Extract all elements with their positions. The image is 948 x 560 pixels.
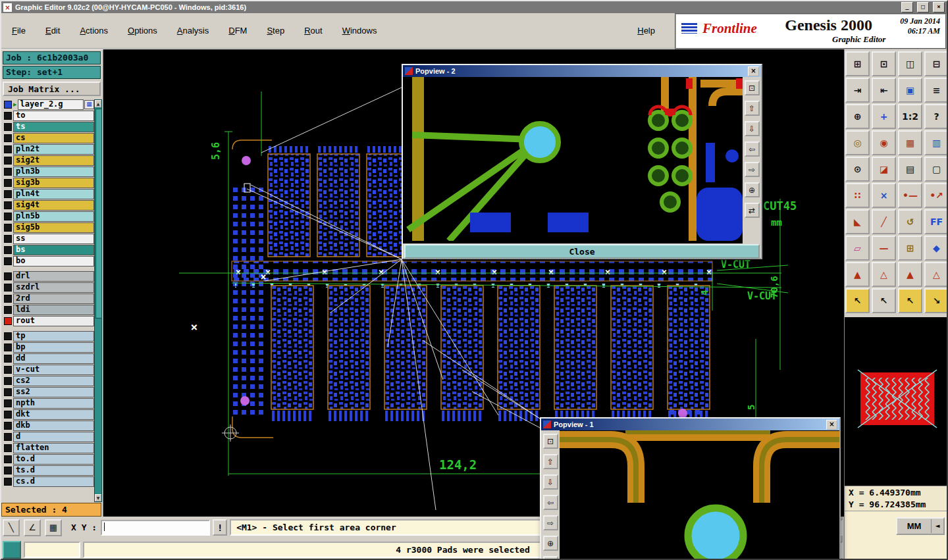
view-right-tool[interactable]: ⇨ xyxy=(543,515,558,530)
minimize-button[interactable]: _ xyxy=(901,2,913,13)
select-last-tool[interactable]: ↘ xyxy=(924,288,948,313)
ruler-tool[interactable]: ▤ xyxy=(898,157,922,182)
layer-visibility-checkbox[interactable] xyxy=(4,366,12,374)
view-up-tool[interactable]: ⇧ xyxy=(745,101,760,116)
layer-row[interactable]: d xyxy=(2,432,94,442)
layer-visibility-checkbox[interactable] xyxy=(4,388,12,396)
menu-item[interactable]: Actions xyxy=(80,26,108,36)
layer-row[interactable]: cs xyxy=(2,133,94,143)
origin-tool[interactable]: ◉ xyxy=(872,130,896,155)
segment-tool[interactable]: •— xyxy=(898,183,922,208)
layer-visibility-checkbox[interactable] xyxy=(4,224,12,232)
close-button[interactable]: × xyxy=(933,2,945,13)
layer-name[interactable]: pln2t xyxy=(13,144,94,155)
popview-1-content[interactable] xyxy=(560,430,839,560)
help-tool[interactable]: ? xyxy=(924,104,948,129)
popview-1-close-icon[interactable]: × xyxy=(826,420,837,430)
pad-marker-tool[interactable]: ▱ xyxy=(845,236,870,261)
layer-name[interactable]: rout xyxy=(13,316,94,326)
layer-visibility-checkbox[interactable] xyxy=(4,257,12,265)
menu-item[interactable]: File xyxy=(12,26,26,36)
overview-preview[interactable] xyxy=(845,317,948,486)
dash-line-tool[interactable]: — xyxy=(872,236,896,261)
layer-list-header[interactable]: ▸ layer_2.g ▦ xyxy=(2,99,94,110)
layer-name[interactable]: sig4t xyxy=(13,200,94,211)
popview-2-close-button[interactable]: Close xyxy=(404,244,760,259)
zoom-fit-tool[interactable]: ⊕ xyxy=(845,104,870,129)
layer-row[interactable]: cs.d xyxy=(2,476,94,487)
text-outline-tool[interactable]: △ xyxy=(872,262,896,287)
layer-row[interactable]: rout xyxy=(2,316,94,326)
mirror-text-tool[interactable]: FF xyxy=(924,209,948,234)
zoom-in-tool[interactable]: ⊕ xyxy=(745,182,760,197)
scroll-up-icon[interactable]: ▲ xyxy=(95,100,101,107)
layer-name[interactable]: dkb xyxy=(13,420,94,431)
vector-tool[interactable]: •↗ xyxy=(924,183,948,208)
popview-2-titlebar[interactable]: Popview - 2 × xyxy=(403,65,761,77)
layer-row[interactable]: pln3b xyxy=(2,166,94,177)
view-left-tool[interactable]: ⇦ xyxy=(745,141,760,157)
grid-red-tool[interactable]: ▦ xyxy=(898,130,922,155)
layer-visibility-checkbox[interactable] xyxy=(4,246,12,254)
view-down-tool[interactable]: ⇩ xyxy=(543,474,558,490)
layer-visibility-checkbox[interactable] xyxy=(4,433,12,441)
rotate-tool[interactable]: ↺ xyxy=(898,209,922,234)
layer-row[interactable]: sig5b xyxy=(2,222,94,233)
layer-visibility-checkbox[interactable] xyxy=(4,317,12,325)
layer-row[interactable]: bp xyxy=(2,342,94,353)
layer-row[interactable]: to.d xyxy=(2,454,94,465)
layer-row[interactable]: sig2t xyxy=(2,155,94,166)
view-full-tool[interactable]: ⊡ xyxy=(543,434,558,449)
layer-name[interactable]: bs xyxy=(13,245,94,255)
layer-row[interactable]: ss2 xyxy=(2,387,94,397)
layer-visibility-checkbox[interactable] xyxy=(4,295,12,303)
layer-row[interactable]: ts xyxy=(2,122,94,132)
layer-visibility-checkbox[interactable] xyxy=(4,201,12,209)
measure-ring-tool[interactable]: ◎ xyxy=(845,130,870,155)
layer-row[interactable]: dd xyxy=(2,353,94,364)
layer-row[interactable]: ss xyxy=(2,234,94,244)
layer-visibility-checkbox[interactable] xyxy=(4,399,12,407)
flip-layer-tool[interactable]: ◪ xyxy=(872,157,896,182)
menu-item[interactable]: Rout xyxy=(304,26,322,36)
layer-name[interactable]: pln4t xyxy=(13,189,94,199)
layer-name[interactable]: cs2 xyxy=(13,376,94,386)
layer-visibility-checkbox[interactable] xyxy=(4,145,12,153)
popview-1-window[interactable]: Popview - 1 × ⊡ ⇧ ⇩ xyxy=(540,417,841,560)
layer-row[interactable]: to xyxy=(2,111,94,121)
layer-name[interactable]: ts xyxy=(13,122,94,132)
layer-name[interactable]: sig3b xyxy=(13,178,94,188)
layer-row[interactable]: sig4t xyxy=(2,200,94,211)
layer-name[interactable]: drl xyxy=(13,271,94,282)
layer-row[interactable]: sig3b xyxy=(2,178,94,188)
tile-windows-tool[interactable]: ◫ xyxy=(898,51,922,76)
layer-row[interactable]: flatten xyxy=(2,443,94,453)
view-full-tool[interactable]: ⊡ xyxy=(745,80,760,95)
menu-item[interactable]: Edit xyxy=(45,26,60,36)
popview-1-titlebar[interactable]: Popview - 1 × xyxy=(541,419,839,430)
layer-scrollbar[interactable]: ▲ ▼ xyxy=(94,99,102,502)
active-layer-chip[interactable] xyxy=(4,101,12,109)
layer-row[interactable]: szdrl xyxy=(2,282,94,293)
view-sync-tool[interactable]: ⇄ xyxy=(745,203,760,218)
layer-visibility-checkbox[interactable] xyxy=(4,411,12,419)
select-arrow-tool[interactable]: ↖ xyxy=(845,288,870,313)
title-bar[interactable]: × Graphic Editor 9.02c2 (00@HY-HYCAM-PC0… xyxy=(1,1,947,13)
add-frame-tool[interactable]: ⊞ xyxy=(898,236,922,261)
layer-visibility-checkbox[interactable] xyxy=(4,235,12,243)
layer-row[interactable]: tp xyxy=(2,331,94,342)
layer-visibility-checkbox[interactable] xyxy=(4,272,12,280)
via-cluster-tool[interactable]: ◆ xyxy=(924,236,948,261)
layer-name[interactable]: pln5b xyxy=(13,211,94,222)
snap-center-tool[interactable]: ⊙ xyxy=(845,157,870,182)
layer-name[interactable]: to xyxy=(13,111,94,121)
net-points-tool[interactable]: ∷ xyxy=(845,183,870,208)
layer-visibility-checkbox[interactable] xyxy=(4,284,12,292)
status-indicator-button[interactable] xyxy=(3,541,21,559)
menu-item[interactable]: Windows xyxy=(342,26,377,36)
select-frame-tool[interactable]: ↖ xyxy=(898,288,922,313)
layer-set-name[interactable]: layer_2.g xyxy=(18,99,84,110)
alert-button[interactable]: ! xyxy=(213,519,227,536)
angle-corner-tool[interactable]: ◣ xyxy=(845,209,870,234)
layer-row[interactable]: drl xyxy=(2,271,94,282)
